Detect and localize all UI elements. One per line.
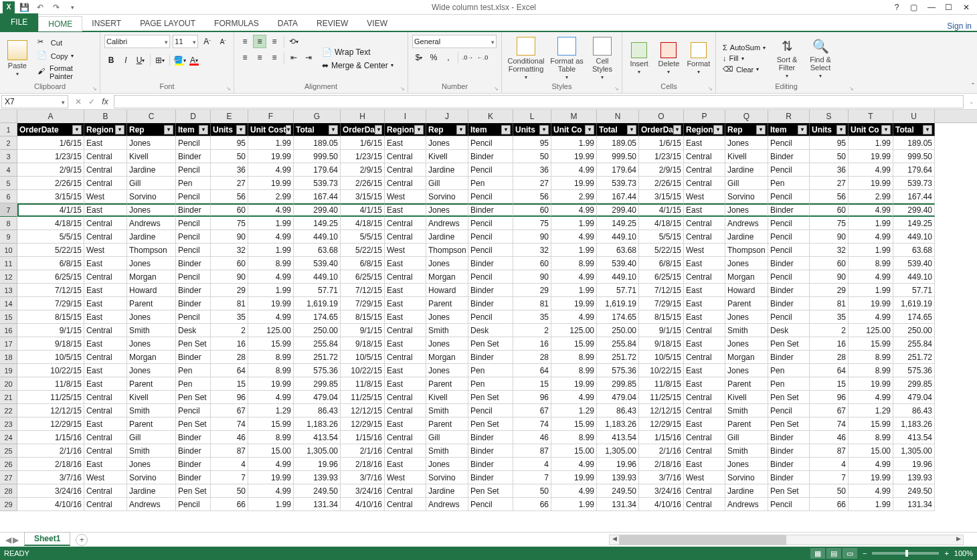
cell[interactable]: West <box>84 244 127 257</box>
cell[interactable]: Pen Set <box>176 484 211 498</box>
cell[interactable]: 1.99 <box>248 136 294 150</box>
cell[interactable]: 5/22/15 <box>639 244 684 257</box>
cell[interactable]: 15.00 <box>849 444 893 458</box>
cell[interactable]: 299.40 <box>294 203 341 217</box>
cell[interactable]: 413.54 <box>294 431 341 444</box>
cell[interactable]: Pen Set <box>468 337 513 351</box>
cell[interactable]: Central <box>84 391 127 404</box>
fx-icon[interactable]: fx <box>99 97 111 106</box>
cell[interactable]: Smith <box>725 404 768 417</box>
row-header[interactable]: 4 <box>0 163 17 177</box>
row-header[interactable]: 13 <box>0 284 17 297</box>
cell[interactable]: Pencil <box>468 270 513 284</box>
cell[interactable]: 125.00 <box>248 324 294 337</box>
cell[interactable]: 8/15/15 <box>639 310 684 324</box>
cell[interactable]: Andrews <box>725 498 768 511</box>
cell[interactable]: 539.73 <box>294 177 341 190</box>
cell[interactable]: 87 <box>810 444 849 458</box>
cell[interactable]: 299.40 <box>893 203 935 217</box>
filter-dropdown-icon[interactable]: ▾ <box>539 125 549 134</box>
cell[interactable]: Central <box>84 324 127 337</box>
cell[interactable]: 189.05 <box>597 136 639 150</box>
cell[interactable]: Central <box>385 270 426 284</box>
cell[interactable]: 15.99 <box>551 337 597 351</box>
cell[interactable]: 539.40 <box>893 257 935 270</box>
cell[interactable]: East <box>385 337 426 351</box>
cell[interactable]: 1/6/15 <box>341 136 385 150</box>
cell[interactable]: Binder <box>768 431 810 444</box>
cell[interactable]: 1/23/15 <box>341 150 385 163</box>
cell[interactable]: 4.99 <box>849 310 893 324</box>
row-header[interactable]: 6 <box>0 190 17 203</box>
cell[interactable]: 19.96 <box>893 458 935 471</box>
cell[interactable]: 2 <box>211 324 248 337</box>
cell[interactable]: 10/22/15 <box>17 364 84 377</box>
cell[interactable]: 189.05 <box>294 136 341 150</box>
cell[interactable]: East <box>84 458 127 471</box>
cell[interactable]: West <box>684 244 725 257</box>
cell[interactable]: 8.99 <box>551 431 597 444</box>
cell[interactable]: Pen Set <box>176 391 211 404</box>
cell[interactable]: Pen <box>468 377 513 391</box>
cell[interactable]: Central <box>684 404 725 417</box>
cell[interactable]: Andrews <box>725 217 768 230</box>
column-header[interactable]: S <box>810 110 849 123</box>
cell[interactable]: 46 <box>810 431 849 444</box>
name-box[interactable]: X7 <box>1 95 68 108</box>
column-header[interactable]: M <box>551 110 597 123</box>
cell[interactable]: Pencil <box>176 230 211 244</box>
cell[interactable]: Gill <box>426 177 468 190</box>
cell[interactable]: Central <box>684 270 725 284</box>
cell[interactable]: 27 <box>211 177 248 190</box>
cell[interactable]: 12/12/15 <box>341 404 385 417</box>
cell[interactable]: Morgan <box>127 351 176 364</box>
cell[interactable]: Pen Set <box>468 484 513 498</box>
cell[interactable]: 3/24/16 <box>639 484 684 498</box>
row-header[interactable]: 29 <box>0 498 17 511</box>
cell[interactable]: Central <box>84 498 127 511</box>
cell[interactable]: 9/18/15 <box>17 337 84 351</box>
cell[interactable]: Jones <box>426 458 468 471</box>
cell[interactable]: Binder <box>176 150 211 163</box>
cell[interactable]: 299.40 <box>597 203 639 217</box>
cell[interactable]: East <box>385 257 426 270</box>
cell[interactable]: 174.65 <box>597 310 639 324</box>
cell[interactable]: Pencil <box>176 270 211 284</box>
cell[interactable]: Binder <box>768 257 810 270</box>
italic-button[interactable]: I <box>119 54 132 67</box>
filter-dropdown-icon[interactable]: ▾ <box>164 125 173 134</box>
cell[interactable]: 9/18/15 <box>341 337 385 351</box>
tab-home[interactable]: HOME <box>38 16 82 31</box>
select-all-corner[interactable] <box>0 110 17 123</box>
paste-button[interactable]: Paste ▾ <box>4 35 31 82</box>
cell[interactable]: 57.71 <box>294 284 341 297</box>
cell[interactable]: Pen <box>468 364 513 377</box>
cell[interactable]: Sorvino <box>426 471 468 484</box>
cell[interactable]: 7/29/15 <box>639 297 684 310</box>
cell[interactable]: 74 <box>810 417 849 431</box>
cell[interactable]: 90 <box>810 230 849 244</box>
column-header[interactable]: F <box>248 110 294 123</box>
cell[interactable]: 8.99 <box>551 364 597 377</box>
cell[interactable]: Central <box>684 163 725 177</box>
row-header[interactable]: 7 <box>0 203 17 217</box>
cell[interactable]: 19.99 <box>551 150 597 163</box>
cell[interactable]: 15 <box>810 377 849 391</box>
cell[interactable]: 1.29 <box>248 404 294 417</box>
spreadsheet-grid[interactable]: ABCDEFGHIJKLMNOPQRSTU 123456789101112131… <box>0 110 977 532</box>
cell[interactable]: 189.05 <box>893 136 935 150</box>
align-middle-icon[interactable]: ≡ <box>253 35 266 48</box>
cell[interactable]: 6/25/15 <box>17 270 84 284</box>
cell[interactable]: Jones <box>725 203 768 217</box>
filter-dropdown-icon[interactable]: ▾ <box>756 125 766 134</box>
row-headers[interactable]: 1234567891011121314151617181920212223242… <box>0 123 17 511</box>
cell[interactable]: 64 <box>810 364 849 377</box>
bold-button[interactable]: B <box>104 54 118 67</box>
cell[interactable]: 251.72 <box>294 351 341 364</box>
cell[interactable]: 139.93 <box>294 471 341 484</box>
cell[interactable]: 28 <box>513 351 551 364</box>
row-header[interactable]: 11 <box>0 257 17 270</box>
conditional-formatting-button[interactable]: Conditional Formatting▾ <box>506 35 546 82</box>
cell[interactable]: Sorvino <box>127 471 176 484</box>
collapse-ribbon-icon[interactable]: ˆ <box>972 82 974 92</box>
